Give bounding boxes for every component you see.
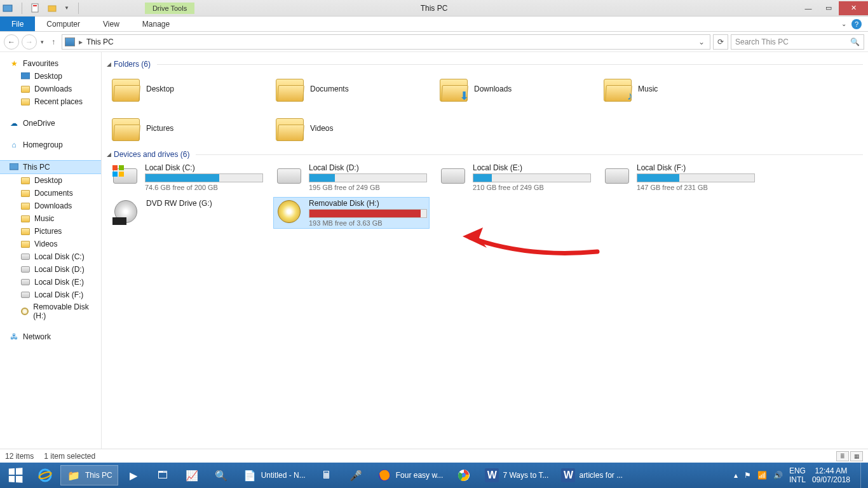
sidebar-item-removable-h[interactable]: Removable Disk (H:) <box>0 301 101 322</box>
up-button[interactable]: ↑ <box>48 37 59 46</box>
details-view-button[interactable]: ≣ <box>836 451 849 461</box>
sidebar-item-pictures[interactable]: Pictures <box>0 225 101 238</box>
folder-item[interactable]: Documents <box>273 71 430 107</box>
taskbar-item[interactable]: Warticles for ... <box>555 465 628 485</box>
sidebar-item-downloads2[interactable]: Downloads <box>0 200 101 212</box>
star-icon: ★ <box>9 58 19 69</box>
taskbar-item[interactable]: 📈 <box>178 465 206 485</box>
folder-item[interactable]: Desktop <box>109 71 266 107</box>
computer-tab[interactable]: Computer <box>35 17 92 31</box>
sidebar-item-label: Local Disk (F:) <box>34 290 83 299</box>
sidebar-item-music[interactable]: Music <box>0 212 101 225</box>
folder-item[interactable]: ⬇Downloads <box>437 71 593 107</box>
qat-properties-icon[interactable] <box>31 3 41 13</box>
forward-button[interactable]: → <box>22 34 37 50</box>
help-icon[interactable]: ? <box>851 19 862 29</box>
close-button[interactable]: ✕ <box>839 1 868 15</box>
sidebar-item-disk-d[interactable]: Local Disk (D:) <box>0 263 101 276</box>
drive-item[interactable]: Local Disk (E:)210 GB free of 249 GB <box>437 161 593 193</box>
taskbar-item[interactable]: Four easy w... <box>371 465 449 485</box>
taskbar-item[interactable]: 📄Untitled - N... <box>236 465 311 485</box>
drive-item[interactable]: Removable Disk (H:)193 MB free of 3.63 G… <box>273 197 430 229</box>
address-dropdown-icon[interactable]: ⌄ <box>698 37 705 46</box>
drive-item[interactable]: Local Disk (F:)147 GB free of 231 GB <box>601 161 757 193</box>
history-dropdown-icon[interactable]: ▾ <box>39 39 45 45</box>
window-title: This PC <box>421 4 448 13</box>
minimize-button[interactable]: — <box>798 1 818 15</box>
app-icon: ▶ <box>126 468 141 483</box>
quick-access-toolbar: ▼ <box>0 3 81 14</box>
taskbar-item[interactable]: 🗔 <box>149 465 177 485</box>
back-button[interactable]: ← <box>4 34 19 50</box>
taskbar-item[interactable]: 🔍 <box>207 465 235 485</box>
tray-date: 09/07/2018 <box>812 475 850 484</box>
folders-section-header[interactable]: ◢ Folders (6) <box>105 56 863 71</box>
title-bar: ▼ Drive Tools This PC — ▭ ✕ <box>0 0 868 17</box>
word-icon: W <box>561 468 575 482</box>
disk-icon <box>20 277 31 287</box>
taskbar-item[interactable]: 🎤 <box>342 465 370 485</box>
section-title: Devices and drives (6) <box>114 150 189 159</box>
start-button[interactable] <box>0 463 31 488</box>
show-desktop-button[interactable] <box>860 463 865 488</box>
navigation-pane: ★ Favourites Desktop Downloads Recent pl… <box>0 52 102 449</box>
sidebar-item-videos[interactable]: Videos <box>0 238 101 250</box>
tiles-view-button[interactable]: ▦ <box>850 451 863 461</box>
sidebar-item-documents[interactable]: Documents <box>0 187 101 200</box>
sidebar-item-disk-f[interactable]: Local Disk (F:) <box>0 288 101 301</box>
search-placeholder: Search This PC <box>735 37 789 46</box>
sidebar-this-pc[interactable]: This PC <box>0 160 101 174</box>
taskbar-item[interactable]: W7 Ways to T... <box>479 465 554 485</box>
tray-network-icon[interactable]: 📶 <box>757 471 767 480</box>
address-bar[interactable]: ▸ This PC ⌄ <box>62 34 710 50</box>
tray-overflow-icon[interactable]: ▴ <box>734 471 738 480</box>
taskbar-item[interactable]: 🖩 <box>313 465 341 485</box>
drive-item[interactable]: Local Disk (C:)74.6 GB free of 200 GB <box>109 161 266 193</box>
sidebar-item-downloads[interactable]: Downloads <box>0 83 101 95</box>
svg-rect-3 <box>48 6 56 11</box>
sidebar-item-label: Downloads <box>34 201 72 210</box>
view-tab[interactable]: View <box>92 17 131 31</box>
maximize-button[interactable]: ▭ <box>818 1 839 15</box>
qat-dropdown-icon[interactable]: ▼ <box>64 5 69 11</box>
drive-name: DVD RW Drive (G:) <box>146 199 263 208</box>
search-box[interactable]: Search This PC 🔍 <box>731 34 864 50</box>
tray-flag-icon[interactable]: ⚑ <box>744 471 751 480</box>
tray-language[interactable]: ENG INTL <box>789 466 806 485</box>
folder-item[interactable]: Videos <box>273 111 430 146</box>
refresh-button[interactable]: ⟳ <box>713 34 728 50</box>
breadcrumb-sep-icon[interactable]: ▸ <box>79 37 83 46</box>
breadcrumb-this-pc[interactable]: This PC <box>86 37 114 46</box>
tray-volume-icon[interactable]: 🔊 <box>773 471 783 480</box>
windows-logo-icon <box>9 468 23 482</box>
drive-tools-contextual-tab[interactable]: Drive Tools <box>145 3 194 14</box>
capacity-bar <box>473 173 591 182</box>
folder-item[interactable]: ♪Music <box>601 71 757 107</box>
sidebar-homegroup[interactable]: ⌂Homegroup <box>0 139 101 151</box>
devices-section-header[interactable]: ◢ Devices and drives (6) <box>105 146 863 161</box>
sidebar-item-disk-e[interactable]: Local Disk (E:) <box>0 276 101 288</box>
sidebar-item-desktop2[interactable]: Desktop <box>0 174 101 187</box>
drive-item[interactable]: Local Disk (D:)195 GB free of 249 GB <box>273 161 430 193</box>
sidebar-item-label: Desktop <box>34 176 62 185</box>
file-tab[interactable]: File <box>0 17 35 31</box>
sidebar-item-label: This PC <box>23 163 50 172</box>
drive-item[interactable]: DVD RW Drive (G:) <box>109 197 266 229</box>
minimize-ribbon-icon[interactable]: ⌄ <box>841 20 846 27</box>
qat-new-folder-icon[interactable] <box>48 3 58 13</box>
manage-tab[interactable]: Manage <box>131 17 181 31</box>
taskbar-item-label: 7 Ways to T... <box>503 471 548 480</box>
sidebar-favourites[interactable]: ★ Favourites <box>0 57 101 70</box>
tray-clock[interactable]: 12:44 AM 09/07/2018 <box>812 466 850 485</box>
taskbar-item[interactable] <box>450 465 478 485</box>
folder-item[interactable]: Pictures <box>109 111 266 146</box>
folder-icon <box>112 116 140 141</box>
sidebar-network[interactable]: 🖧Network <box>0 330 101 343</box>
sidebar-item-disk-c[interactable]: Local Disk (C:) <box>0 250 101 263</box>
sidebar-item-recent[interactable]: Recent places <box>0 95 101 108</box>
taskbar-item[interactable]: 📁This PC <box>60 465 118 485</box>
taskbar-item[interactable] <box>31 465 59 485</box>
sidebar-item-desktop[interactable]: Desktop <box>0 70 101 83</box>
sidebar-onedrive[interactable]: ☁OneDrive <box>0 117 101 130</box>
taskbar-item[interactable]: ▶ <box>119 465 147 485</box>
